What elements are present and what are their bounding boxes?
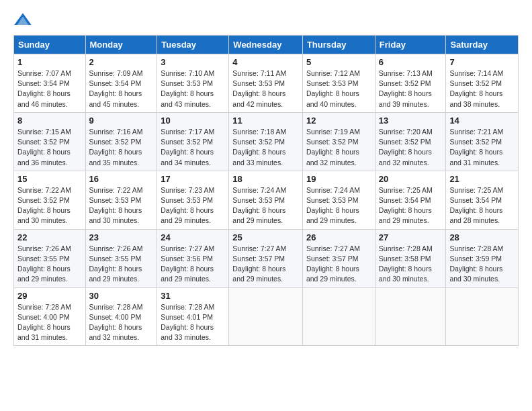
- calendar-day-cell: 31 Sunrise: 7:28 AMSunset: 4:01 PMDaylig…: [157, 287, 229, 346]
- day-number: 15: [17, 174, 82, 184]
- day-info: Sunrise: 7:20 AMSunset: 3:52 PMDaylight:…: [379, 128, 433, 167]
- day-number: 10: [161, 116, 225, 126]
- weekday-header-cell: Tuesday: [157, 36, 229, 54]
- day-number: 24: [161, 232, 225, 242]
- calendar-day-cell: 30 Sunrise: 7:28 AMSunset: 4:00 PMDaylig…: [85, 287, 157, 346]
- day-info: Sunrise: 7:19 AMSunset: 3:52 PMDaylight:…: [306, 128, 360, 167]
- day-info: Sunrise: 7:11 AMSunset: 3:53 PMDaylight:…: [232, 69, 286, 108]
- day-number: 16: [89, 174, 154, 184]
- calendar-day-cell: 9 Sunrise: 7:16 AMSunset: 3:52 PMDayligh…: [85, 112, 157, 171]
- day-info: Sunrise: 7:27 AMSunset: 3:57 PMDaylight:…: [232, 244, 286, 283]
- calendar-day-cell: 13 Sunrise: 7:20 AMSunset: 3:52 PMDaylig…: [375, 112, 446, 171]
- day-info: Sunrise: 7:22 AMSunset: 3:52 PMDaylight:…: [17, 186, 71, 225]
- calendar-week-row: 8 Sunrise: 7:15 AMSunset: 3:52 PMDayligh…: [14, 112, 519, 171]
- day-info: Sunrise: 7:25 AMSunset: 3:54 PMDaylight:…: [449, 186, 503, 225]
- calendar-day-cell: 4 Sunrise: 7:11 AMSunset: 3:53 PMDayligh…: [229, 54, 303, 113]
- calendar-day-cell: 23 Sunrise: 7:26 AMSunset: 3:55 PMDaylig…: [85, 229, 157, 287]
- day-info: Sunrise: 7:28 AMSunset: 4:00 PMDaylight:…: [17, 303, 71, 342]
- day-info: Sunrise: 7:18 AMSunset: 3:52 PMDaylight:…: [232, 128, 286, 167]
- calendar-day-cell: 15 Sunrise: 7:22 AMSunset: 3:52 PMDaylig…: [14, 171, 86, 229]
- day-number: 29: [17, 291, 82, 301]
- day-info: Sunrise: 7:15 AMSunset: 3:52 PMDaylight:…: [17, 128, 71, 167]
- calendar-week-row: 15 Sunrise: 7:22 AMSunset: 3:52 PMDaylig…: [14, 171, 519, 229]
- day-number: 7: [449, 57, 515, 67]
- calendar-day-cell: 26 Sunrise: 7:27 AMSunset: 3:57 PMDaylig…: [302, 229, 375, 287]
- day-info: Sunrise: 7:24 AMSunset: 3:53 PMDaylight:…: [232, 186, 286, 225]
- day-number: 19: [306, 174, 371, 184]
- day-number: 25: [232, 232, 299, 242]
- calendar-day-cell: 14 Sunrise: 7:21 AMSunset: 3:52 PMDaylig…: [446, 112, 519, 171]
- calendar-day-cell: 17 Sunrise: 7:23 AMSunset: 3:53 PMDaylig…: [157, 171, 229, 229]
- calendar-day-cell: [302, 287, 375, 346]
- day-info: Sunrise: 7:28 AMSunset: 4:00 PMDaylight:…: [89, 303, 143, 342]
- day-info: Sunrise: 7:14 AMSunset: 3:52 PMDaylight:…: [449, 69, 503, 108]
- calendar-day-cell: 11 Sunrise: 7:18 AMSunset: 3:52 PMDaylig…: [229, 112, 303, 171]
- day-info: Sunrise: 7:26 AMSunset: 3:55 PMDaylight:…: [89, 244, 143, 283]
- calendar-week-row: 22 Sunrise: 7:26 AMSunset: 3:55 PMDaylig…: [14, 229, 519, 287]
- day-info: Sunrise: 7:25 AMSunset: 3:54 PMDaylight:…: [379, 186, 433, 225]
- calendar-day-cell: 24 Sunrise: 7:27 AMSunset: 3:56 PMDaylig…: [157, 229, 229, 287]
- calendar-day-cell: 10 Sunrise: 7:17 AMSunset: 3:52 PMDaylig…: [157, 112, 229, 171]
- day-number: 27: [379, 232, 443, 242]
- calendar-day-cell: 28 Sunrise: 7:28 AMSunset: 3:59 PMDaylig…: [446, 229, 519, 287]
- calendar-body: 1 Sunrise: 7:07 AMSunset: 3:54 PMDayligh…: [14, 54, 519, 346]
- calendar-day-cell: 8 Sunrise: 7:15 AMSunset: 3:52 PMDayligh…: [14, 112, 86, 171]
- weekday-header-cell: Thursday: [302, 36, 375, 54]
- calendar-day-cell: 7 Sunrise: 7:14 AMSunset: 3:52 PMDayligh…: [446, 54, 519, 113]
- day-info: Sunrise: 7:28 AMSunset: 4:01 PMDaylight:…: [161, 303, 214, 342]
- day-info: Sunrise: 7:17 AMSunset: 3:52 PMDaylight:…: [161, 128, 214, 167]
- day-number: 1: [17, 57, 82, 67]
- calendar-table: SundayMondayTuesdayWednesdayThursdayFrid…: [13, 35, 519, 346]
- calendar-day-cell: 25 Sunrise: 7:27 AMSunset: 3:57 PMDaylig…: [229, 229, 303, 287]
- weekday-header-cell: Saturday: [446, 36, 519, 54]
- weekday-header-row: SundayMondayTuesdayWednesdayThursdayFrid…: [14, 36, 519, 54]
- day-number: 20: [379, 174, 443, 184]
- day-info: Sunrise: 7:16 AMSunset: 3:52 PMDaylight:…: [89, 128, 143, 167]
- day-info: Sunrise: 7:24 AMSunset: 3:53 PMDaylight:…: [306, 186, 360, 225]
- weekday-header-cell: Friday: [375, 36, 446, 54]
- day-number: 3: [161, 57, 225, 67]
- calendar-day-cell: 22 Sunrise: 7:26 AMSunset: 3:55 PMDaylig…: [14, 229, 86, 287]
- day-info: Sunrise: 7:28 AMSunset: 3:59 PMDaylight:…: [449, 244, 503, 283]
- calendar-day-cell: [375, 287, 446, 346]
- day-info: Sunrise: 7:27 AMSunset: 3:57 PMDaylight:…: [306, 244, 360, 283]
- day-number: 9: [89, 116, 154, 126]
- calendar-day-cell: [229, 287, 303, 346]
- day-number: 21: [449, 174, 515, 184]
- calendar-day-cell: 3 Sunrise: 7:10 AMSunset: 3:53 PMDayligh…: [157, 54, 229, 113]
- day-number: 11: [232, 116, 299, 126]
- calendar-day-cell: [446, 287, 519, 346]
- day-number: 4: [232, 57, 299, 67]
- day-number: 13: [379, 116, 443, 126]
- day-info: Sunrise: 7:22 AMSunset: 3:53 PMDaylight:…: [89, 186, 143, 225]
- day-number: 2: [89, 57, 154, 67]
- day-number: 28: [449, 232, 515, 242]
- calendar-day-cell: 12 Sunrise: 7:19 AMSunset: 3:52 PMDaylig…: [302, 112, 375, 171]
- calendar-day-cell: 16 Sunrise: 7:22 AMSunset: 3:53 PMDaylig…: [85, 171, 157, 229]
- day-info: Sunrise: 7:21 AMSunset: 3:52 PMDaylight:…: [449, 128, 503, 167]
- calendar-week-row: 29 Sunrise: 7:28 AMSunset: 4:00 PMDaylig…: [14, 287, 519, 346]
- calendar-day-cell: 6 Sunrise: 7:13 AMSunset: 3:52 PMDayligh…: [375, 54, 446, 113]
- calendar-day-cell: 20 Sunrise: 7:25 AMSunset: 3:54 PMDaylig…: [375, 171, 446, 229]
- calendar-day-cell: 1 Sunrise: 7:07 AMSunset: 3:54 PMDayligh…: [14, 54, 86, 113]
- day-number: 23: [89, 232, 154, 242]
- day-info: Sunrise: 7:13 AMSunset: 3:52 PMDaylight:…: [379, 69, 433, 108]
- day-number: 12: [306, 116, 371, 126]
- day-number: 30: [89, 291, 154, 301]
- logo: [13, 11, 35, 30]
- calendar-day-cell: 19 Sunrise: 7:24 AMSunset: 3:53 PMDaylig…: [302, 171, 375, 229]
- day-info: Sunrise: 7:26 AMSunset: 3:55 PMDaylight:…: [17, 244, 71, 283]
- calendar-day-cell: 21 Sunrise: 7:25 AMSunset: 3:54 PMDaylig…: [446, 171, 519, 229]
- day-info: Sunrise: 7:23 AMSunset: 3:53 PMDaylight:…: [161, 186, 214, 225]
- weekday-header-cell: Wednesday: [229, 36, 303, 54]
- calendar-day-cell: 18 Sunrise: 7:24 AMSunset: 3:53 PMDaylig…: [229, 171, 303, 229]
- day-number: 17: [161, 174, 225, 184]
- day-info: Sunrise: 7:07 AMSunset: 3:54 PMDaylight:…: [17, 69, 71, 108]
- day-number: 5: [306, 57, 371, 67]
- day-info: Sunrise: 7:10 AMSunset: 3:53 PMDaylight:…: [161, 69, 214, 108]
- weekday-header-cell: Sunday: [14, 36, 86, 54]
- calendar-day-cell: 5 Sunrise: 7:12 AMSunset: 3:53 PMDayligh…: [302, 54, 375, 113]
- day-number: 26: [306, 232, 371, 242]
- calendar-day-cell: 2 Sunrise: 7:09 AMSunset: 3:54 PMDayligh…: [85, 54, 157, 113]
- day-info: Sunrise: 7:28 AMSunset: 3:58 PMDaylight:…: [379, 244, 433, 283]
